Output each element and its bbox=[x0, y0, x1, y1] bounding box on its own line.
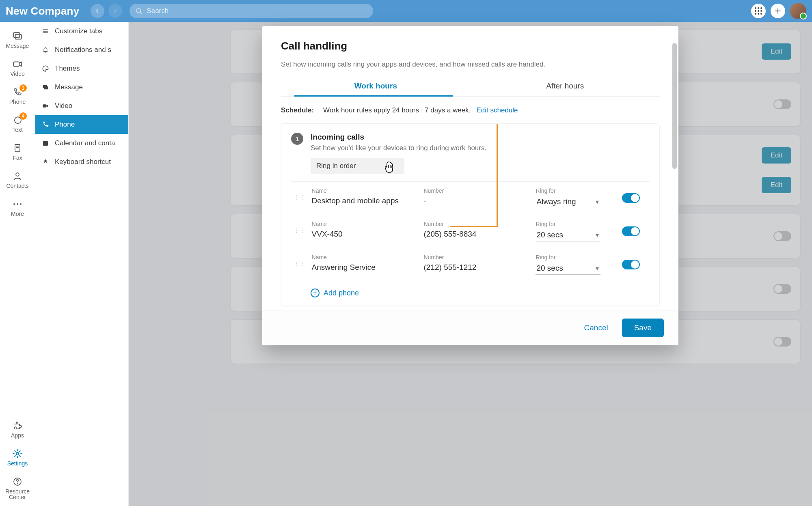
modal-tabs: Work hours After hours bbox=[281, 77, 660, 97]
col-number: Number bbox=[424, 254, 531, 261]
svg-point-8 bbox=[20, 203, 22, 205]
plus-circle-icon: + bbox=[311, 289, 320, 297]
new-action-button[interactable] bbox=[771, 4, 785, 18]
svg-point-5 bbox=[16, 173, 19, 176]
left-rail: Message Video 1 Phone 4 Text Fax Cont bbox=[0, 22, 35, 506]
svg-rect-1 bbox=[13, 32, 19, 37]
cancel-button[interactable]: Cancel bbox=[582, 319, 611, 337]
chevron-right-icon bbox=[112, 8, 119, 14]
rail-fax[interactable]: Fax bbox=[0, 140, 35, 167]
ring-mode-value: Ring in order bbox=[316, 162, 356, 170]
device-row: ⋮⋮NameVVX-450Number(205) 555-8834Ring fo… bbox=[291, 215, 650, 248]
rail-label: Video bbox=[0, 71, 35, 77]
settings-item-phone[interactable]: Phone bbox=[35, 115, 128, 134]
contacts-icon bbox=[13, 171, 22, 181]
add-phone-link[interactable]: + Add phone bbox=[291, 281, 650, 301]
rail-label: Contacts bbox=[0, 183, 35, 189]
drag-handle[interactable]: ⋮⋮ bbox=[291, 182, 309, 215]
ring-for-select[interactable]: 20 secs▾ bbox=[536, 263, 600, 275]
chevron-left-icon bbox=[94, 8, 101, 14]
svg-rect-3 bbox=[13, 62, 19, 67]
search-input[interactable] bbox=[146, 6, 367, 15]
nav-back-button[interactable] bbox=[91, 4, 104, 18]
col-name: Name bbox=[312, 187, 419, 194]
main-area: Edit Edit Edit Call handling Set how inc… bbox=[129, 22, 812, 506]
video-icon bbox=[41, 102, 50, 110]
rail-text[interactable]: 4 Text bbox=[0, 112, 35, 139]
dialpad-button[interactable] bbox=[751, 4, 766, 18]
rail-resource-center[interactable]: Resource Center bbox=[0, 473, 35, 506]
svg-point-7 bbox=[17, 203, 18, 205]
drag-handle[interactable]: ⋮⋮ bbox=[291, 215, 309, 248]
nav-forward-button[interactable] bbox=[108, 4, 122, 18]
rail-contacts[interactable]: Contacts bbox=[0, 168, 35, 195]
tab-work-hours[interactable]: Work hours bbox=[281, 77, 471, 96]
svg-point-6 bbox=[13, 203, 15, 205]
drag-handle[interactable]: ⋮⋮ bbox=[291, 248, 309, 282]
ring-for-select[interactable]: 20 secs▾ bbox=[536, 230, 600, 241]
edit-schedule-link[interactable]: Edit schedule bbox=[476, 106, 518, 114]
settings-item-themes[interactable]: Themes bbox=[35, 59, 128, 78]
settings-item-customize[interactable]: Customize tabs bbox=[35, 22, 128, 41]
settings-item-label: Themes bbox=[55, 65, 80, 73]
settings-item-message[interactable]: Message bbox=[35, 78, 128, 97]
rail-label: Center bbox=[0, 494, 35, 500]
app-header: New Company bbox=[0, 0, 812, 22]
add-phone-label: Add phone bbox=[324, 289, 359, 297]
chevron-down-icon: ▾ bbox=[596, 198, 599, 206]
video-icon bbox=[12, 59, 23, 69]
list-icon bbox=[41, 28, 50, 35]
tab-after-hours[interactable]: After hours bbox=[471, 77, 660, 96]
ring-for-select[interactable]: Always ring▾ bbox=[536, 196, 600, 208]
settings-item-notifications[interactable]: Notifications and s bbox=[35, 41, 128, 59]
rail-video[interactable]: Video bbox=[0, 56, 35, 83]
settings-item-label: Message bbox=[55, 83, 83, 91]
chevron-down-icon: ▾ bbox=[596, 265, 599, 272]
bell-icon bbox=[41, 46, 50, 54]
rail-message[interactable]: Message bbox=[0, 28, 35, 55]
settings-item-video[interactable]: Video bbox=[35, 97, 128, 115]
settings-item-label: Phone bbox=[55, 121, 75, 129]
rail-label: More bbox=[0, 211, 35, 217]
rail-label: Fax bbox=[0, 155, 35, 161]
more-icon bbox=[13, 202, 22, 207]
calendar-icon bbox=[41, 140, 50, 147]
col-name: Name bbox=[312, 254, 419, 261]
modal-scrollbar[interactable] bbox=[672, 43, 677, 169]
settings-item-calendar[interactable]: Calendar and conta bbox=[35, 134, 128, 153]
svg-rect-13 bbox=[44, 86, 48, 90]
settings-item-keyboard[interactable]: Keyboard shortcut bbox=[35, 153, 128, 171]
svg-rect-14 bbox=[43, 104, 46, 108]
modal-title: Call handling bbox=[281, 40, 660, 52]
rail-label: Apps bbox=[0, 432, 35, 439]
device-toggle[interactable] bbox=[622, 226, 640, 236]
step-badge: 1 bbox=[291, 133, 303, 145]
rail-more[interactable]: More bbox=[0, 196, 35, 223]
global-search[interactable] bbox=[130, 4, 373, 18]
search-icon bbox=[135, 7, 143, 15]
device-toggle[interactable] bbox=[622, 260, 640, 269]
col-ringfor: Ring for bbox=[536, 187, 617, 194]
badge: 1 bbox=[19, 84, 27, 92]
col-ringfor: Ring for bbox=[536, 221, 617, 227]
message-icon bbox=[41, 84, 50, 91]
save-button[interactable]: Save bbox=[622, 319, 664, 337]
help-icon bbox=[13, 477, 22, 487]
plus-icon bbox=[774, 7, 782, 15]
user-avatar[interactable] bbox=[790, 3, 806, 19]
rail-phone[interactable]: 1 Phone bbox=[0, 84, 35, 111]
rail-settings[interactable]: Settings bbox=[0, 445, 35, 472]
ring-mode-select[interactable]: Ring in order bbox=[311, 158, 404, 174]
incoming-calls-section: 1 Incoming calls Set how you'd like your… bbox=[281, 123, 660, 306]
svg-rect-15 bbox=[43, 141, 48, 146]
rail-label: Settings bbox=[0, 460, 35, 467]
svg-rect-2 bbox=[15, 34, 22, 39]
ring-for-value: 20 secs bbox=[536, 264, 563, 273]
rail-apps[interactable]: Apps bbox=[0, 417, 35, 444]
cursor-icon bbox=[385, 160, 397, 174]
phone-icon bbox=[41, 121, 50, 128]
device-number: (205) 555-8834 bbox=[424, 230, 477, 238]
device-toggle[interactable] bbox=[622, 193, 640, 203]
settings-item-label: Video bbox=[55, 102, 72, 110]
puzzle-icon bbox=[13, 421, 22, 431]
